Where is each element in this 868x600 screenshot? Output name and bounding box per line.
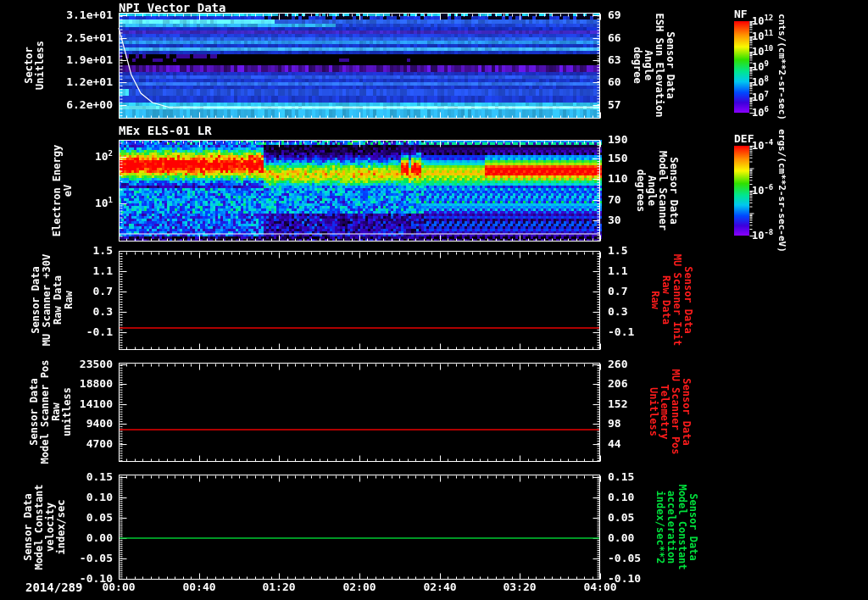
tick-label: 00:00 [92, 581, 146, 593]
tick-label: 0.15 [608, 471, 634, 483]
panel-npi-right-axis-title: Sensor Data ESH Sun Elevation Angle degr… [632, 14, 676, 118]
tick-label: 14100 [60, 398, 113, 410]
tick-label: -0.1 [608, 326, 634, 338]
tick-label: 0.3 [60, 306, 113, 318]
plots-canvas [0, 0, 868, 600]
tick-label: 01:20 [252, 581, 306, 593]
tick-label: 44 [608, 438, 621, 450]
spacecraft-telemetry-plot: NPI Vector Data MEx ELS-01 LR Sector Uni… [0, 0, 868, 600]
tick-label: -0.05 [608, 553, 641, 564]
panel-scannerpos-right-axis-title: Sensor Data MU Scanner Pos Telemetry Uni… [648, 369, 692, 454]
tick-label: 1.5 [608, 245, 627, 257]
panel-scanner30v-right-axis-title: Sensor Data MU Scanner Init Raw Data Raw [649, 254, 693, 346]
tick-label: 0.10 [60, 492, 113, 503]
tick-label: 70 [608, 194, 621, 206]
panel-velocity-right-axis-title: Sensor Data Model Constant acceleration … [654, 484, 698, 569]
tick-label: 0.05 [60, 512, 113, 524]
tick-label: 10-8 [752, 230, 773, 242]
tick-label: 101 [60, 197, 113, 209]
tick-label: 206 [608, 378, 627, 390]
tick-label: 1.9e+01 [60, 54, 113, 66]
tick-label: 109 [752, 61, 769, 73]
tick-label: 0.00 [60, 532, 113, 544]
panel-npi-left-axis-title: Sector Unitless [24, 41, 46, 90]
tick-label: 4700 [60, 438, 113, 450]
tick-label: 150 [608, 153, 627, 164]
tick-label: 152 [608, 398, 627, 410]
panel-npi-title: NPI Vector Data [119, 1, 225, 14]
tick-label: 0.15 [60, 471, 113, 483]
tick-label: 10-6 [752, 185, 773, 197]
panel-els-right-axis-title: Sensor Data Model Scanner Angle degrees [635, 151, 679, 231]
tick-label: 60 [608, 76, 621, 88]
tick-label: 3.1e+01 [60, 9, 113, 21]
colorbar-nf-title: NF [734, 8, 748, 20]
tick-label: 107 [752, 92, 769, 103]
tick-label: 02:00 [332, 581, 387, 593]
tick-label: 1011 [752, 31, 773, 42]
tick-label: 66 [608, 32, 621, 44]
tick-label: 2.5e+01 [60, 32, 113, 44]
tick-label: 02:40 [413, 581, 467, 593]
tick-label: 108 [752, 76, 769, 88]
tick-label: 63 [608, 54, 621, 66]
tick-label: 6.2e+00 [60, 99, 113, 111]
tick-label: 2014/289 [25, 581, 82, 593]
tick-label: 0.3 [608, 306, 627, 318]
tick-label: 57 [608, 99, 621, 111]
colorbar-def-title: DEF [734, 132, 754, 145]
tick-label: 260 [608, 358, 627, 370]
tick-label: 0.7 [608, 286, 627, 297]
tick-label: 0.00 [608, 532, 634, 544]
tick-label: 1010 [752, 46, 773, 58]
tick-label: 23500 [60, 358, 113, 370]
tick-label: 1.1 [60, 265, 113, 277]
tick-label: 10-4 [752, 140, 773, 152]
tick-label: 18800 [60, 378, 113, 390]
tick-label: 98 [608, 418, 621, 430]
tick-label: 30 [608, 214, 621, 226]
tick-label: 9400 [60, 418, 113, 430]
panel-els-title: MEx ELS-01 LR [119, 124, 212, 137]
tick-label: 04:00 [573, 581, 627, 593]
tick-label: 1.5 [60, 245, 113, 257]
tick-label: 69 [608, 9, 621, 21]
colorbar-def-units: ergs/(cm**2-sr-sec-eV) [776, 129, 787, 253]
tick-label: 1012 [752, 15, 773, 27]
tick-label: 1.1 [608, 265, 627, 277]
tick-label: 110 [608, 173, 627, 185]
tick-label: -0.1 [60, 326, 113, 338]
tick-label: 102 [60, 151, 113, 163]
tick-label: 190 [608, 134, 627, 146]
tick-label: 0.7 [60, 286, 113, 297]
tick-label: 0.10 [608, 492, 634, 503]
tick-label: 00:40 [172, 581, 226, 593]
colorbar-nf-units: cnts/(cm**2-sr-sec) [776, 14, 787, 120]
tick-label: 106 [752, 107, 769, 119]
tick-label: 0.05 [608, 512, 634, 524]
tick-label: -0.05 [60, 553, 113, 564]
tick-label: 03:20 [492, 581, 547, 593]
tick-label: 1.2e+01 [60, 76, 113, 88]
